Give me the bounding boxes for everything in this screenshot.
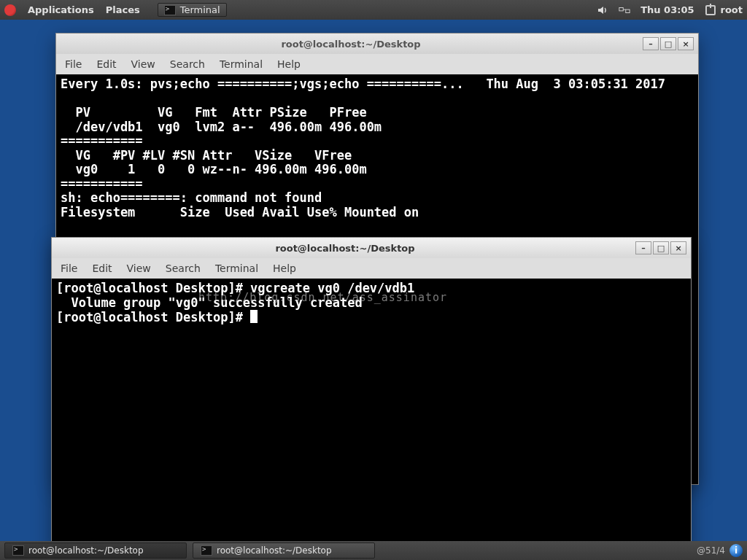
menu-file[interactable]: File — [65, 58, 82, 70]
taskbar-item-2[interactable]: root@localhost:~/Desktop — [193, 542, 375, 559]
workspace-pager[interactable]: @51/4 — [697, 545, 725, 556]
menu-terminal[interactable]: Terminal — [220, 58, 263, 70]
clock[interactable]: Thu 03:05 — [640, 4, 694, 15]
running-app-button[interactable]: Terminal — [158, 3, 227, 17]
maximize-button[interactable]: □ — [653, 241, 669, 254]
taskbar-item-1[interactable]: root@localhost:~/Desktop — [4, 542, 187, 559]
maximize-button[interactable]: □ — [660, 37, 676, 50]
svg-rect-0 — [619, 7, 623, 10]
window-title: root@localhost:~/Desktop — [61, 39, 641, 50]
close-button[interactable]: × — [670, 241, 686, 254]
minimize-button[interactable]: – — [643, 37, 659, 50]
menu-search[interactable]: Search — [166, 262, 201, 274]
top-panel: Applications Places Terminal Thu 03:05 r… — [0, 0, 747, 20]
running-app-label: Terminal — [180, 4, 220, 15]
titlebar-back[interactable]: root@localhost:~/Desktop – □ × — [56, 34, 698, 54]
svg-rect-1 — [626, 9, 630, 12]
menu-search[interactable]: Search — [170, 58, 205, 70]
menubar-back: File Edit View Search Terminal Help — [56, 54, 698, 74]
distro-logo-icon — [4, 4, 16, 16]
menu-edit[interactable]: Edit — [92, 262, 112, 274]
places-menu[interactable]: Places — [101, 4, 144, 15]
terminal-icon — [201, 545, 212, 556]
task-label: root@localhost:~/Desktop — [217, 545, 332, 556]
menu-help[interactable]: Help — [277, 58, 301, 70]
cursor-icon — [250, 310, 258, 323]
titlebar-front[interactable]: root@localhost:~/Desktop – □ × — [52, 238, 691, 258]
network-icon[interactable] — [619, 4, 630, 16]
terminal-output-front[interactable]: [root@localhost Desktop]# vgcreate vg0 /… — [52, 279, 691, 551]
menu-view[interactable]: View — [127, 262, 151, 274]
terminal-text: [root@localhost Desktop]# vgcreate vg0 /… — [56, 281, 414, 324]
menubar-front: File Edit View Search Terminal Help — [52, 258, 691, 279]
menu-file[interactable]: File — [61, 262, 77, 274]
task-label: root@localhost:~/Desktop — [28, 545, 144, 556]
power-icon[interactable] — [705, 4, 716, 16]
menu-edit[interactable]: Edit — [96, 58, 116, 70]
terminal-window-front: root@localhost:~/Desktop – □ × File Edit… — [51, 237, 692, 552]
menu-view[interactable]: View — [131, 58, 155, 70]
bottom-panel: root@localhost:~/Desktop root@localhost:… — [0, 541, 747, 560]
info-icon[interactable]: i — [729, 544, 743, 557]
minimize-button[interactable]: – — [635, 241, 651, 254]
applications-menu[interactable]: Applications — [23, 4, 98, 15]
terminal-icon — [164, 5, 176, 15]
user-label[interactable]: root — [721, 4, 743, 15]
menu-help[interactable]: Help — [273, 262, 296, 274]
desktop: root@localhost:~/Desktop – □ × File Edit… — [0, 20, 747, 541]
close-button[interactable]: × — [678, 37, 694, 50]
window-title: root@localhost:~/Desktop — [56, 243, 634, 254]
terminal-icon — [12, 545, 24, 556]
menu-terminal[interactable]: Terminal — [215, 262, 258, 274]
volume-icon[interactable] — [597, 4, 608, 16]
